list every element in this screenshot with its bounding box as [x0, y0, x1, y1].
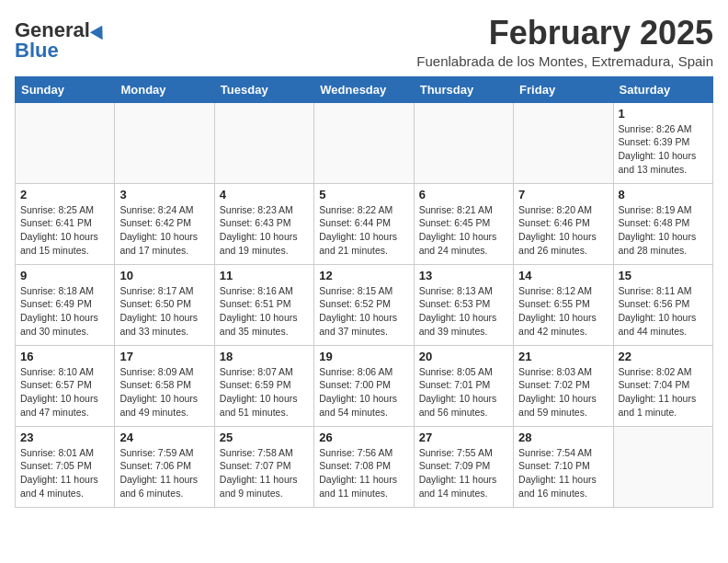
day-number: 12: [319, 269, 408, 282]
calendar-cell: 26Sunrise: 7:56 AM Sunset: 7:08 PM Dayli…: [314, 426, 414, 507]
calendar-cell: 25Sunrise: 7:58 AM Sunset: 7:07 PM Dayli…: [214, 426, 313, 507]
calendar-cell: 22Sunrise: 8:02 AM Sunset: 7:04 PM Dayli…: [613, 345, 712, 426]
calendar-cell: 4Sunrise: 8:23 AM Sunset: 6:43 PM Daylig…: [214, 183, 313, 264]
page-header: General Blue February 2025 Fuenlabrada d…: [15, 15, 713, 69]
day-number: 10: [119, 269, 209, 282]
day-number: 20: [419, 350, 508, 363]
calendar-cell: 27Sunrise: 7:55 AM Sunset: 7:09 PM Dayli…: [414, 426, 513, 507]
day-number: 16: [20, 350, 109, 363]
calendar-cell: 13Sunrise: 8:13 AM Sunset: 6:53 PM Dayli…: [414, 264, 513, 345]
day-info: Sunrise: 8:22 AM Sunset: 6:44 PM Dayligh…: [319, 203, 408, 258]
month-title: February 2025: [416, 15, 713, 52]
weekday-header-sunday: Sunday: [16, 76, 115, 102]
day-number: 7: [518, 188, 608, 201]
calendar-cell: 28Sunrise: 7:54 AM Sunset: 7:10 PM Dayli…: [514, 426, 613, 507]
day-number: 11: [220, 269, 309, 282]
calendar-cell: 10Sunrise: 8:17 AM Sunset: 6:50 PM Dayli…: [115, 264, 214, 345]
weekday-header-friday: Friday: [514, 76, 613, 102]
day-info: Sunrise: 8:20 AM Sunset: 6:46 PM Dayligh…: [518, 203, 608, 258]
day-info: Sunrise: 8:26 AM Sunset: 6:39 PM Dayligh…: [619, 122, 708, 177]
calendar-cell: 1Sunrise: 8:26 AM Sunset: 6:39 PM Daylig…: [613, 102, 712, 183]
location-subtitle: Fuenlabrada de los Montes, Extremadura, …: [416, 53, 713, 69]
calendar-cell: 20Sunrise: 8:05 AM Sunset: 7:01 PM Dayli…: [414, 345, 513, 426]
day-info: Sunrise: 8:07 AM Sunset: 6:59 PM Dayligh…: [220, 365, 309, 419]
day-number: 19: [319, 350, 408, 363]
day-info: Sunrise: 7:56 AM Sunset: 7:08 PM Dayligh…: [319, 446, 408, 500]
calendar-cell: [16, 102, 115, 183]
day-info: Sunrise: 8:23 AM Sunset: 6:43 PM Dayligh…: [220, 203, 309, 258]
day-info: Sunrise: 7:54 AM Sunset: 7:10 PM Dayligh…: [518, 446, 608, 500]
weekday-header-saturday: Saturday: [613, 76, 712, 102]
calendar-table: SundayMondayTuesdayWednesdayThursdayFrid…: [15, 76, 713, 508]
logo: General Blue: [15, 15, 107, 63]
calendar-cell: 9Sunrise: 8:18 AM Sunset: 6:49 PM Daylig…: [16, 264, 115, 345]
day-number: 26: [319, 431, 408, 444]
calendar-week-5: 23Sunrise: 8:01 AM Sunset: 7:05 PM Dayli…: [16, 426, 713, 507]
day-info: Sunrise: 8:25 AM Sunset: 6:41 PM Dayligh…: [20, 203, 109, 258]
calendar-cell: [115, 102, 214, 183]
day-number: 8: [619, 188, 708, 201]
day-number: 25: [220, 431, 309, 444]
calendar-cell: 8Sunrise: 8:19 AM Sunset: 6:48 PM Daylig…: [613, 183, 712, 264]
day-info: Sunrise: 8:16 AM Sunset: 6:51 PM Dayligh…: [220, 284, 309, 339]
calendar-week-2: 2Sunrise: 8:25 AM Sunset: 6:41 PM Daylig…: [16, 183, 713, 264]
day-info: Sunrise: 7:58 AM Sunset: 7:07 PM Dayligh…: [220, 446, 309, 500]
calendar-cell: 14Sunrise: 8:12 AM Sunset: 6:55 PM Dayli…: [514, 264, 613, 345]
day-number: 18: [220, 350, 309, 363]
weekday-header-thursday: Thursday: [414, 76, 513, 102]
day-number: 4: [220, 188, 309, 201]
weekday-header-row: SundayMondayTuesdayWednesdayThursdayFrid…: [16, 76, 713, 102]
day-info: Sunrise: 8:01 AM Sunset: 7:05 PM Dayligh…: [20, 446, 109, 500]
calendar-cell: 2Sunrise: 8:25 AM Sunset: 6:41 PM Daylig…: [16, 183, 115, 264]
calendar-cell: 16Sunrise: 8:10 AM Sunset: 6:57 PM Dayli…: [16, 345, 115, 426]
calendar-cell: 24Sunrise: 7:59 AM Sunset: 7:06 PM Dayli…: [115, 426, 214, 507]
day-number: 2: [20, 188, 109, 201]
day-number: 15: [619, 269, 708, 282]
day-info: Sunrise: 8:21 AM Sunset: 6:45 PM Dayligh…: [419, 203, 508, 258]
day-number: 1: [619, 107, 708, 121]
calendar-cell: 18Sunrise: 8:07 AM Sunset: 6:59 PM Dayli…: [214, 345, 313, 426]
day-info: Sunrise: 8:17 AM Sunset: 6:50 PM Dayligh…: [119, 284, 209, 339]
day-number: 5: [319, 188, 408, 201]
day-info: Sunrise: 8:13 AM Sunset: 6:53 PM Dayligh…: [419, 284, 508, 339]
calendar-cell: [613, 426, 712, 507]
calendar-cell: [214, 102, 313, 183]
day-info: Sunrise: 8:05 AM Sunset: 7:01 PM Dayligh…: [419, 365, 508, 419]
logo-blue-text: Blue: [15, 39, 59, 63]
weekday-header-wednesday: Wednesday: [314, 76, 414, 102]
calendar-cell: 3Sunrise: 8:24 AM Sunset: 6:42 PM Daylig…: [115, 183, 214, 264]
day-number: 21: [518, 350, 608, 363]
calendar-cell: 11Sunrise: 8:16 AM Sunset: 6:51 PM Dayli…: [214, 264, 313, 345]
day-number: 27: [419, 431, 508, 444]
day-number: 17: [119, 350, 209, 363]
day-info: Sunrise: 8:03 AM Sunset: 7:02 PM Dayligh…: [518, 365, 608, 419]
calendar-cell: 7Sunrise: 8:20 AM Sunset: 6:46 PM Daylig…: [514, 183, 613, 264]
day-number: 24: [119, 431, 209, 444]
calendar-cell: 21Sunrise: 8:03 AM Sunset: 7:02 PM Dayli…: [514, 345, 613, 426]
calendar-cell: 15Sunrise: 8:11 AM Sunset: 6:56 PM Dayli…: [613, 264, 712, 345]
day-info: Sunrise: 8:15 AM Sunset: 6:52 PM Dayligh…: [319, 284, 408, 339]
day-number: 28: [518, 431, 608, 444]
day-info: Sunrise: 8:10 AM Sunset: 6:57 PM Dayligh…: [20, 365, 109, 419]
day-info: Sunrise: 7:59 AM Sunset: 7:06 PM Dayligh…: [119, 446, 209, 500]
calendar-cell: 5Sunrise: 8:22 AM Sunset: 6:44 PM Daylig…: [314, 183, 414, 264]
day-info: Sunrise: 8:06 AM Sunset: 7:00 PM Dayligh…: [319, 365, 408, 419]
day-info: Sunrise: 8:19 AM Sunset: 6:48 PM Dayligh…: [619, 203, 708, 258]
day-number: 3: [119, 188, 209, 201]
day-number: 13: [419, 269, 508, 282]
calendar-cell: [314, 102, 414, 183]
day-number: 6: [419, 188, 508, 201]
day-info: Sunrise: 7:55 AM Sunset: 7:09 PM Dayligh…: [419, 446, 508, 500]
day-info: Sunrise: 8:18 AM Sunset: 6:49 PM Dayligh…: [20, 284, 109, 339]
day-info: Sunrise: 8:24 AM Sunset: 6:42 PM Dayligh…: [119, 203, 209, 258]
calendar-cell: 17Sunrise: 8:09 AM Sunset: 6:58 PM Dayli…: [115, 345, 214, 426]
day-number: 22: [619, 350, 708, 363]
logo-triangle-icon: [90, 21, 108, 39]
calendar-cell: 19Sunrise: 8:06 AM Sunset: 7:00 PM Dayli…: [314, 345, 414, 426]
calendar-cell: 6Sunrise: 8:21 AM Sunset: 6:45 PM Daylig…: [414, 183, 513, 264]
calendar-cell: [414, 102, 513, 183]
day-info: Sunrise: 8:11 AM Sunset: 6:56 PM Dayligh…: [619, 284, 708, 339]
day-number: 14: [518, 269, 608, 282]
calendar-cell: [514, 102, 613, 183]
calendar-week-3: 9Sunrise: 8:18 AM Sunset: 6:49 PM Daylig…: [16, 264, 713, 345]
